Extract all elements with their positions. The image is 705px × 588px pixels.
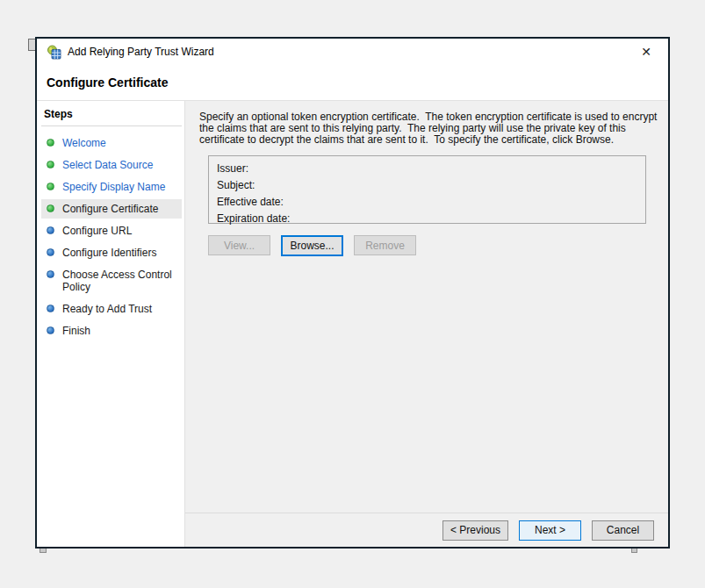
next-button[interactable]: Next > xyxy=(519,520,581,541)
wizard-dialog: Add Relying Party Trust Wizard ✕ Configu… xyxy=(35,37,670,549)
step-item-configure-certificate: Configure Certificate xyxy=(41,199,182,219)
step-item-configure-identifiers: Configure Identifiers xyxy=(41,243,182,262)
step-bullet-icon xyxy=(47,305,54,312)
heading-row: Configure Certificate xyxy=(37,65,668,100)
issuer-label: Issuer: xyxy=(217,161,637,177)
subject-label: Subject: xyxy=(217,177,637,194)
step-item-select-data-source[interactable]: Select Data Source xyxy=(41,155,182,175)
step-bullet-icon xyxy=(47,226,54,234)
certificate-actions: View... Browse... Remove xyxy=(208,235,658,256)
relying-party-trust-icon xyxy=(47,45,61,60)
step-bullet-icon xyxy=(47,270,54,278)
step-item-choose-access-control-policy: Choose Access Control Policy xyxy=(41,265,182,297)
close-icon[interactable]: ✕ xyxy=(635,42,658,61)
certificate-details-box: Issuer: Subject: Effective date: Expirat… xyxy=(208,155,646,224)
step-bullet-icon xyxy=(47,139,54,147)
main-panel: Specify an optional token encryption cer… xyxy=(184,101,668,547)
steps-sidebar: Steps Welcome Select Data Source Specify… xyxy=(37,101,184,547)
step-item-ready-to-add-trust: Ready to Add Trust xyxy=(41,299,182,319)
effective-date-label: Effective date: xyxy=(217,194,637,211)
cancel-button[interactable]: Cancel xyxy=(592,520,654,541)
remove-button: Remove xyxy=(354,235,416,255)
steps-title: Steps xyxy=(41,106,184,125)
step-item-specify-display-name[interactable]: Specify Display Name xyxy=(41,177,182,197)
step-item-configure-url: Configure URL xyxy=(41,221,182,240)
description-text: Specify an optional token encryption cer… xyxy=(199,111,659,146)
expiration-date-label: Expiration date: xyxy=(217,211,637,227)
page-title: Configure Certificate xyxy=(47,75,668,90)
step-bullet-icon xyxy=(47,248,54,256)
steps-list: Welcome Select Data Source Specify Displ… xyxy=(41,126,184,341)
view-button: View... xyxy=(208,235,270,255)
browse-button[interactable]: Browse... xyxy=(281,235,343,256)
step-bullet-icon xyxy=(47,326,54,334)
step-item-finish: Finish xyxy=(41,321,182,341)
step-bullet-icon xyxy=(47,161,54,169)
step-item-welcome[interactable]: Welcome xyxy=(41,133,182,153)
step-bullet-icon xyxy=(47,204,54,212)
previous-button[interactable]: < Previous xyxy=(442,520,508,541)
window-title: Add Relying Party Trust Wizard xyxy=(68,46,635,58)
footer: < Previous Next > Cancel xyxy=(185,513,668,547)
step-bullet-icon xyxy=(47,183,54,190)
title-bar: Add Relying Party Trust Wizard ✕ xyxy=(37,39,668,65)
